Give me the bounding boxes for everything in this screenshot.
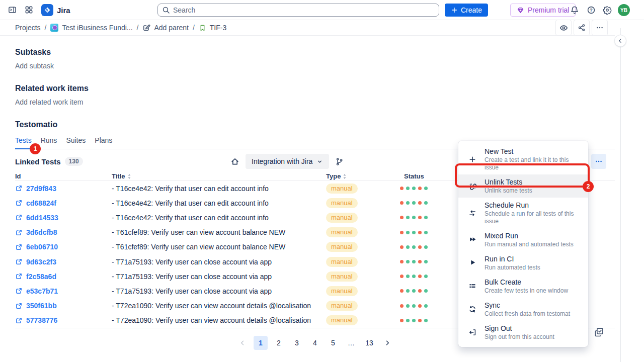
pagination-next-button[interactable] xyxy=(380,336,394,350)
menu-item-sign-out[interactable]: Sign OutSign out from this account xyxy=(458,321,588,344)
breadcrumb-projects[interactable]: Projects xyxy=(15,24,41,32)
page-button-2[interactable]: 2 xyxy=(272,336,286,350)
test-id-link[interactable]: f2c58a6d xyxy=(26,273,56,281)
issue-more-button[interactable] xyxy=(592,20,608,36)
sidebar-toggle-icon[interactable] xyxy=(8,6,17,14)
tab-runs[interactable]: Runs xyxy=(41,136,57,149)
status-dot-red xyxy=(418,231,422,234)
status-dot-red xyxy=(418,275,422,278)
breadcrumb-issue[interactable]: TIF-3 xyxy=(199,24,226,32)
add-related-work-item-button[interactable]: Add related work item xyxy=(15,98,83,106)
global-search xyxy=(157,4,439,17)
premium-trial-button[interactable]: Premium trial xyxy=(510,4,576,17)
page-button-3[interactable]: 3 xyxy=(290,336,304,350)
menu-item-new-test[interactable]: New TestCreate a test and link it it to … xyxy=(458,144,588,174)
menu-item-subtitle: Create a test and link it it to this iss… xyxy=(485,156,581,171)
test-id-link[interactable]: 3d6dcfb8 xyxy=(26,228,57,236)
external-link-icon xyxy=(15,243,23,251)
id-cell: f2c58a6d xyxy=(15,273,112,281)
test-id-link[interactable]: 6eb06710 xyxy=(26,243,58,251)
project-select[interactable]: Integration with Jira xyxy=(246,154,329,169)
add-subtask-button[interactable]: Add subtask xyxy=(15,62,54,70)
test-id-link[interactable]: cd68824f xyxy=(26,199,56,207)
page-button-1[interactable]: 1 xyxy=(254,336,268,350)
external-link-icon xyxy=(15,199,23,207)
breadcrumb-project[interactable]: Test iBusiness Fundi... xyxy=(50,24,132,32)
app-switcher-icon[interactable] xyxy=(25,6,33,14)
share-button[interactable] xyxy=(574,20,590,36)
settings-gear-icon[interactable] xyxy=(603,6,612,15)
collapse-panel-button[interactable] xyxy=(614,35,626,47)
sort-icon xyxy=(127,173,131,179)
menu-item-text: Mixed RunRun manual and automated tests xyxy=(485,231,574,248)
page-button-13[interactable]: 13 xyxy=(362,336,376,350)
panel-divider xyxy=(620,28,621,362)
project-select-value: Integration with Jira xyxy=(252,157,312,165)
column-header-title[interactable]: Title xyxy=(112,172,326,180)
app-title: Jira xyxy=(57,6,70,15)
add-parent-button[interactable]: Add parent xyxy=(142,24,189,32)
test-id-link[interactable]: 9d63c2f3 xyxy=(26,258,56,266)
linked-tests-count-badge: 130 xyxy=(65,157,83,166)
chevron-down-icon xyxy=(316,158,323,165)
user-avatar[interactable]: YB xyxy=(618,4,630,16)
notifications-bell-icon[interactable] xyxy=(570,6,579,15)
sync-icon xyxy=(468,305,476,313)
jira-logo-icon[interactable] xyxy=(41,4,53,16)
pagination-prev-button[interactable] xyxy=(235,336,250,350)
branch-icon[interactable] xyxy=(335,157,344,166)
tab-tests[interactable]: Tests xyxy=(15,136,32,149)
test-id-link[interactable]: 57738776 xyxy=(26,316,57,324)
add-parent-label: Add parent xyxy=(154,24,189,32)
more-actions-button[interactable] xyxy=(591,154,606,169)
run-ci-icon xyxy=(468,258,476,268)
page-button-5[interactable]: 5 xyxy=(326,336,340,350)
menu-item-text: Schedule RunSchedule a run for all tests… xyxy=(485,201,581,225)
test-id-link[interactable]: e53c7b71 xyxy=(26,287,58,295)
type-cell: manual xyxy=(326,301,400,311)
menu-item-schedule-run[interactable]: Schedule RunSchedule a run for all tests… xyxy=(458,198,588,228)
id-cell: cd68824f xyxy=(15,199,112,207)
status-dot-green xyxy=(406,275,410,278)
tab-suites[interactable]: Suites xyxy=(66,136,86,149)
plus-icon xyxy=(468,155,476,163)
menu-item-sync[interactable]: SyncCollect fresh data from testomat xyxy=(458,298,588,321)
home-icon[interactable] xyxy=(230,157,239,166)
status-dot-red xyxy=(400,201,404,205)
menu-item-run-in-ci[interactable]: Run in CIRun automated tests xyxy=(458,251,588,275)
status-dot-green xyxy=(412,187,416,190)
menu-item-unlink-tests[interactable]: Unlink TestsUnlink some tests xyxy=(458,174,588,198)
menu-item-title: Sync xyxy=(485,301,570,310)
column-header-id[interactable]: Id xyxy=(15,172,112,180)
status-dot-green xyxy=(406,304,410,308)
create-button[interactable]: Create xyxy=(445,4,488,17)
status-dot-green xyxy=(424,289,428,293)
pagination-ellipsis: … xyxy=(344,336,358,350)
bulk-select-icon[interactable] xyxy=(594,327,604,337)
menu-item-text: SyncCollect fresh data from testomat xyxy=(485,301,570,318)
search-input[interactable] xyxy=(157,4,439,17)
external-link-icon xyxy=(15,317,23,324)
status-dot-green xyxy=(406,231,410,234)
menu-item-subtitle: Schedule a run for all tests of this iss… xyxy=(485,210,581,225)
menu-item-mixed-run[interactable]: Mixed RunRun manual and automated tests xyxy=(458,228,588,251)
sort-icon xyxy=(343,173,347,179)
status-dot-green xyxy=(424,245,428,249)
menu-item-title: Sign Out xyxy=(485,324,554,333)
status-dot-green xyxy=(406,260,410,263)
status-dot-green xyxy=(412,245,416,249)
tab-plans[interactable]: Plans xyxy=(95,136,112,149)
status-dot-green xyxy=(412,216,416,219)
help-icon[interactable]: ? xyxy=(587,6,596,15)
type-cell: manual xyxy=(326,198,400,208)
unlink-icon xyxy=(468,182,476,190)
edit-pencil-icon xyxy=(142,24,150,32)
column-header-type[interactable]: Type xyxy=(326,172,400,180)
page-button-4[interactable]: 4 xyxy=(308,336,322,350)
watch-eye-button[interactable] xyxy=(555,20,572,36)
status-dot-red xyxy=(400,187,404,190)
test-id-link[interactable]: 6dd14533 xyxy=(26,214,58,222)
test-id-link[interactable]: 350f61bb xyxy=(26,302,57,310)
menu-item-bulk-create[interactable]: Bulk CreateCreate few tests in one windo… xyxy=(458,275,588,298)
test-id-link[interactable]: 27d9f843 xyxy=(26,185,56,193)
